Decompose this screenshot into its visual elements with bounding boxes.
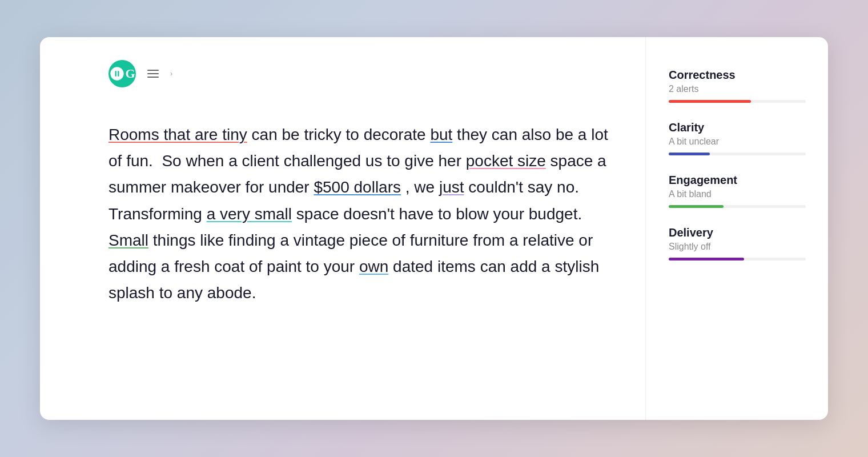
- delivery-progress-fill: [669, 258, 744, 260]
- menu-line-3: [147, 77, 159, 78]
- text-segment-1: can be tricky to decorate: [252, 126, 431, 143]
- sidebar: Correctness 2 alerts Clarity A bit uncle…: [645, 37, 828, 420]
- engagement-metric[interactable]: Engagement A bit bland: [669, 174, 805, 208]
- text-segment-500-dollars: $500 dollars: [314, 178, 401, 196]
- main-card: G › Rooms that are tiny can be tricky to…: [40, 37, 828, 420]
- text-segment-rooms-that-are-tiny: Rooms that are tiny: [108, 126, 247, 143]
- text-segment-but: but: [430, 126, 452, 143]
- correctness-progress-fill: [669, 100, 751, 103]
- menu-line-2: [147, 73, 159, 74]
- delivery-subtitle: Slightly off: [669, 242, 805, 252]
- engagement-subtitle: A bit bland: [669, 189, 805, 199]
- correctness-title: Correctness: [669, 69, 805, 82]
- grammarly-logo[interactable]: G: [108, 60, 136, 87]
- grammarly-g-icon: [109, 66, 125, 82]
- engagement-progress-bar: [669, 205, 806, 208]
- document-text[interactable]: Rooms that are tiny can be tricky to dec…: [108, 122, 611, 397]
- menu-line-1: [147, 70, 159, 71]
- clarity-title: Clarity: [669, 121, 805, 134]
- text-segment-own: own: [359, 258, 388, 275]
- text-segment-small: Small: [108, 231, 148, 249]
- delivery-metric[interactable]: Delivery Slightly off: [669, 226, 805, 260]
- logo-letter: G: [125, 66, 135, 81]
- hamburger-menu-button[interactable]: [143, 65, 163, 82]
- delivery-title: Delivery: [669, 226, 805, 239]
- chevron-right-icon: ›: [170, 70, 172, 78]
- clarity-progress-fill: [669, 153, 710, 155]
- delivery-progress-bar: [669, 258, 806, 260]
- clarity-progress-bar: [669, 153, 806, 155]
- engagement-title: Engagement: [669, 174, 805, 187]
- correctness-subtitle: 2 alerts: [669, 84, 805, 94]
- toolbar: G ›: [108, 60, 611, 87]
- clarity-metric[interactable]: Clarity A bit unclear: [669, 121, 805, 155]
- correctness-progress-bar: [669, 100, 806, 103]
- text-segment-pocket-size: pocket size: [466, 152, 546, 170]
- engagement-progress-fill: [669, 205, 724, 208]
- main-content: G › Rooms that are tiny can be tricky to…: [40, 37, 645, 420]
- text-segment-just: just: [439, 178, 464, 196]
- text-segment-very-small: a very small: [207, 205, 292, 223]
- clarity-subtitle: A bit unclear: [669, 137, 805, 147]
- correctness-metric[interactable]: Correctness 2 alerts: [669, 69, 805, 103]
- text-segment-4: , we: [405, 178, 439, 196]
- text-segment-6: space doesn't have to blow your budget.: [296, 205, 582, 223]
